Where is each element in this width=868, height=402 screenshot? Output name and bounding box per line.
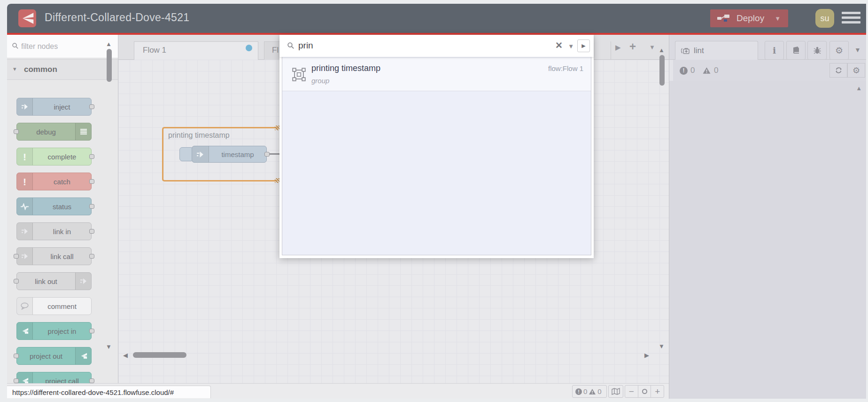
node-output-port[interactable] bbox=[89, 104, 94, 109]
sidebar-tab-list-caret-icon[interactable]: ▼ bbox=[854, 46, 861, 54]
node-input-port[interactable] bbox=[14, 378, 19, 383]
palette-node-project-out[interactable]: project out bbox=[16, 347, 92, 365]
lint-settings-button[interactable]: ⚙ bbox=[847, 63, 865, 78]
search-clear-icon[interactable]: ✕ bbox=[555, 41, 563, 50]
group-printing-timestamp[interactable]: printing timestamp timestamp bbox=[162, 127, 278, 181]
main-menu-button[interactable] bbox=[842, 12, 861, 25]
node-output-port[interactable] bbox=[89, 329, 94, 333]
node-output-port[interactable] bbox=[89, 204, 94, 209]
palette-node-link-out[interactable]: link out bbox=[16, 272, 92, 290]
palette-node-comment[interactable]: comment bbox=[16, 297, 92, 315]
node-input-port[interactable] bbox=[14, 254, 19, 259]
add-flow-button[interactable]: + bbox=[629, 40, 636, 53]
bug-icon bbox=[813, 46, 822, 55]
search-result-row[interactable]: printing timestamp group flow:Flow 1 bbox=[282, 58, 591, 91]
bubble-icon bbox=[17, 298, 33, 315]
palette-node-label: catch bbox=[33, 173, 91, 190]
canvas-scroll-up-icon[interactable]: ▲ bbox=[659, 47, 665, 54]
palette-node-label: project call bbox=[33, 372, 91, 383]
search-expand-button[interactable]: ▶ bbox=[577, 39, 590, 52]
palette-filter-input[interactable] bbox=[21, 39, 110, 54]
node-output-port[interactable] bbox=[89, 179, 94, 184]
canvas-vscrollbar-thumb[interactable] bbox=[659, 55, 665, 86]
tabbar-divider bbox=[611, 41, 611, 60]
palette-scroll-down-icon[interactable]: ▼ bbox=[106, 343, 112, 350]
group-resize-handle[interactable] bbox=[275, 178, 279, 183]
canvas-notification-counts[interactable]: ! 0 0 bbox=[572, 385, 607, 398]
arrow-icon bbox=[17, 248, 33, 265]
palette-node-label: project in bbox=[33, 323, 91, 339]
palette-node-catch[interactable]: !catch bbox=[16, 173, 92, 190]
arrow-icon bbox=[17, 98, 33, 115]
palette-node-link-in[interactable]: link in bbox=[16, 222, 92, 240]
search-results-list: printing timestamp group flow:Flow 1 bbox=[282, 57, 591, 255]
zoom-out-button[interactable]: − bbox=[625, 386, 638, 397]
palette-scroll-up-icon[interactable]: ▲ bbox=[106, 40, 112, 47]
lint-refresh-button[interactable] bbox=[829, 63, 847, 78]
search-options-caret-icon[interactable]: ▼ bbox=[568, 43, 574, 50]
sidebar-tab-help-button[interactable] bbox=[786, 41, 806, 60]
canvas-hscrollbar-thumb[interactable] bbox=[133, 352, 186, 358]
ff-icon bbox=[17, 323, 33, 339]
palette-node-inject[interactable]: inject bbox=[16, 98, 92, 116]
palette-node-label: status bbox=[33, 198, 91, 215]
warning-icon bbox=[589, 388, 596, 395]
canvas-scroll-down-icon[interactable]: ▼ bbox=[659, 343, 665, 350]
deploy-icon bbox=[717, 13, 731, 24]
deploy-options-caret-icon[interactable]: ▼ bbox=[775, 15, 781, 22]
user-avatar[interactable]: su bbox=[815, 9, 834, 28]
node-output-port[interactable] bbox=[89, 254, 94, 259]
inject-icon bbox=[192, 146, 209, 162]
arrow-icon bbox=[17, 223, 33, 240]
palette-node-label: link call bbox=[33, 248, 91, 265]
ff-icon bbox=[17, 372, 33, 383]
instance-title: Different-Collared-Dove-4521 bbox=[45, 11, 189, 24]
palette-category-common[interactable]: ▾ common bbox=[7, 59, 118, 80]
tab-flow-1[interactable]: Flow 1 bbox=[134, 41, 258, 60]
group-label: printing timestamp bbox=[168, 131, 230, 140]
palette-node-project-call[interactable]: project call bbox=[16, 372, 92, 383]
refresh-icon bbox=[835, 66, 843, 74]
flow-list-button[interactable]: ▶ bbox=[615, 43, 621, 52]
panel-scroll-up-icon[interactable]: ▲ bbox=[856, 85, 862, 92]
palette-filter-row bbox=[7, 35, 118, 58]
node-input-port[interactable] bbox=[14, 354, 19, 358]
palette-node-link-call[interactable]: link call bbox=[16, 247, 92, 265]
book-icon bbox=[792, 47, 800, 55]
navigator-button[interactable] bbox=[608, 385, 623, 398]
palette-scrollbar-thumb[interactable] bbox=[107, 49, 112, 82]
deploy-button[interactable]: Deploy ▼ bbox=[710, 9, 788, 27]
search-result-title: printing timestamp bbox=[311, 63, 380, 73]
ff-icon bbox=[75, 347, 91, 364]
search-dialog: ✕ ▼ ▶ printing timestamp group bbox=[279, 35, 594, 258]
flow-menu-caret-icon[interactable]: ▼ bbox=[649, 44, 655, 51]
search-result-flow: flow:Flow 1 bbox=[548, 64, 583, 72]
node-output-port[interactable] bbox=[89, 154, 94, 159]
canvas-warning-count: 0 bbox=[597, 387, 601, 395]
palette-node-label: inject bbox=[33, 98, 91, 115]
search-input[interactable] bbox=[298, 39, 496, 53]
lint-panel: ▲ bbox=[669, 81, 866, 399]
node-inject-timestamp[interactable]: timestamp bbox=[192, 146, 267, 163]
canvas-scroll-right-icon[interactable]: ▶ bbox=[644, 352, 649, 359]
sidebar-tab-lint[interactable]: lint bbox=[675, 41, 758, 60]
error-count-icon: ! bbox=[680, 67, 688, 75]
node-output-port[interactable] bbox=[89, 229, 94, 234]
zoom-reset-button[interactable] bbox=[638, 386, 651, 397]
canvas-scroll-left-icon[interactable]: ◀ bbox=[123, 352, 128, 359]
sidebar-tab-config-button[interactable]: ⚙ bbox=[829, 41, 849, 60]
sidebar-tab-debug-button[interactable] bbox=[807, 41, 827, 60]
node-output-port[interactable] bbox=[89, 378, 94, 383]
palette-node-status[interactable]: status bbox=[16, 197, 92, 215]
palette-node-label: link out bbox=[17, 273, 75, 290]
node-input-port[interactable] bbox=[14, 129, 19, 134]
palette-node-project-in[interactable]: project in bbox=[16, 322, 92, 340]
palette-node-complete[interactable]: !complete bbox=[16, 148, 92, 166]
group-resize-handle[interactable] bbox=[275, 126, 279, 130]
palette-node-debug[interactable]: debug bbox=[16, 123, 92, 141]
flowfuse-logo-icon bbox=[18, 9, 36, 27]
zoom-in-button[interactable]: + bbox=[651, 386, 664, 397]
node-output-port[interactable] bbox=[264, 152, 270, 157]
node-input-port[interactable] bbox=[14, 279, 19, 284]
sidebar-tab-info-button[interactable]: i bbox=[765, 41, 784, 60]
